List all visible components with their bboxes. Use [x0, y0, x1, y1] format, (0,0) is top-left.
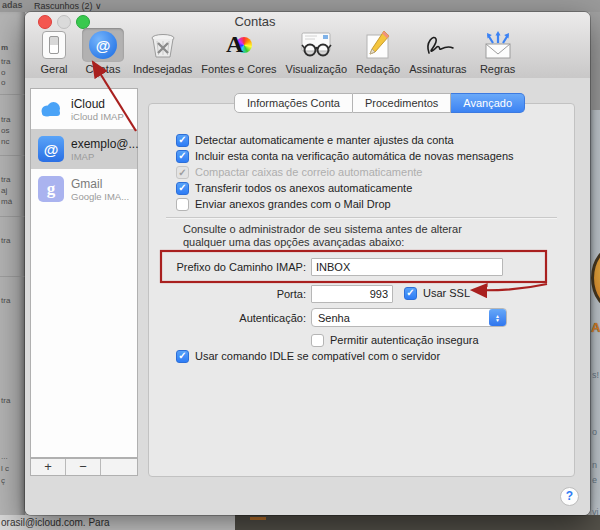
- checkbox-row-use-ssl[interactable]: ✓ Usar SSL: [404, 286, 470, 300]
- icloud-cloud-icon: [38, 96, 64, 122]
- toolbar-item-assinaturas[interactable]: Assinaturas: [409, 28, 466, 78]
- toolbar-item-label: Indesejadas: [133, 63, 192, 75]
- checkbox-checked-icon[interactable]: ✓: [404, 287, 417, 300]
- window-body: iCloud iCloud IMAP @ exemplo@... IMAP g …: [25, 78, 590, 515]
- account-type: IMAP: [71, 151, 139, 162]
- sidebar-account-gmail[interactable]: g Gmail Google IMA...: [31, 169, 137, 209]
- preferences-window: Contas Geral @ Contas Inde: [25, 12, 590, 515]
- account-type: Google IMA...: [71, 191, 129, 202]
- checkbox-checked-icon[interactable]: ✓: [176, 134, 189, 147]
- background-email-text: orasil@icloud.com. Para: [1, 517, 110, 528]
- window-title: Contas: [234, 14, 275, 29]
- tab-informacoes-conta[interactable]: Informações Conta: [234, 93, 353, 113]
- tab-avancado[interactable]: Avançado: [451, 93, 525, 113]
- toolbar-item-label: Visualização: [286, 63, 348, 75]
- toolbar-item-contas[interactable]: @ Contas: [82, 28, 124, 78]
- auth-dropdown[interactable]: Senha ▲▼: [311, 308, 507, 327]
- imap-prefix-label: Prefixo do Caminho IMAP:: [149, 261, 306, 273]
- checkbox-row-detect[interactable]: ✓ Detectar automaticamente e manter ajus…: [176, 133, 454, 147]
- background-fragment: o: [1, 78, 5, 87]
- use-ssl-label: Usar SSL: [423, 287, 470, 299]
- account-tabs: Informações Conta Procedimentos Avançado: [234, 93, 525, 113]
- checkbox-checked-icon[interactable]: ✓: [176, 350, 189, 363]
- account-name: Gmail: [71, 177, 129, 191]
- account-list-actions: + −: [30, 458, 138, 476]
- background-fragment: ç: [1, 476, 5, 485]
- checkbox-label: Compactar caixas de correio automaticame…: [195, 166, 422, 178]
- port-input[interactable]: [311, 285, 393, 303]
- add-account-button[interactable]: +: [31, 459, 66, 475]
- port-label: Porta:: [149, 288, 306, 300]
- toolbar-item-fontes-e-cores[interactable]: A Fontes e Cores: [201, 28, 276, 78]
- checkbox-unchecked-icon[interactable]: [176, 198, 189, 211]
- toolbar-item-redacao[interactable]: Redação: [356, 28, 400, 78]
- close-button[interactable]: [38, 15, 52, 29]
- checkbox-row-insecure-auth[interactable]: Permitir autenticação insegura: [311, 333, 479, 347]
- checkbox-checked-icon[interactable]: ✓: [176, 182, 189, 195]
- toolbar-item-label: Regras: [480, 63, 515, 75]
- remove-account-button[interactable]: −: [66, 459, 101, 475]
- section-divider: [166, 217, 557, 218]
- background-mailbox-title: Rascunhos (2) ∨: [34, 1, 102, 11]
- background-fragment: os: [1, 126, 9, 135]
- checkbox-row-idle[interactable]: ✓ Usar comando IDLE se compatível com o …: [176, 349, 440, 363]
- background-fragment: o: [592, 427, 597, 437]
- checkbox-label: Detectar automaticamente e manter ajuste…: [195, 134, 454, 146]
- advanced-settings-pane: ✓ Detectar automaticamente e manter ajus…: [148, 103, 575, 477]
- toolbar-item-geral[interactable]: Geral: [35, 28, 73, 78]
- general-switch-icon: [42, 31, 66, 59]
- checkbox-row-maildrop[interactable]: Enviar anexos grandes com o Mail Drop: [176, 197, 391, 211]
- toolbar-item-visualizacao[interactable]: Visualização: [286, 28, 348, 78]
- gmail-icon: g: [38, 176, 64, 202]
- background-fragment: tra: [1, 296, 10, 305]
- checkbox-row-attachments[interactable]: ✓ Transferir todos os anexos automaticam…: [176, 181, 412, 195]
- toolbar-item-label: Geral: [41, 63, 68, 75]
- sidebar-account-exemplo[interactable]: @ exemplo@... IMAP: [31, 129, 137, 169]
- toolbar-item-label: Assinaturas: [409, 63, 466, 75]
- viewing-glasses-icon: [300, 30, 332, 60]
- background-fragment: tra: [1, 236, 10, 245]
- background-mail-toolbar: adas Rascunhos (2) ∨: [0, 0, 600, 12]
- toolbar-item-indesejadas[interactable]: Indesejadas: [133, 28, 192, 78]
- background-fragment: l c: [1, 464, 9, 473]
- checkbox-row-include[interactable]: ✓ Incluir esta conta na verificação auto…: [176, 149, 514, 163]
- background-fragment: m: [1, 43, 8, 52]
- background-fragment: ...: [1, 452, 8, 461]
- checkbox-label: Usar comando IDLE se compatível com o se…: [195, 350, 440, 362]
- action-bar-filler: [101, 459, 137, 475]
- toolbar-item-label: Redação: [356, 63, 400, 75]
- background-bottom-strip: orasil@icloud.com. Para: [0, 515, 600, 530]
- checkbox-unchecked-icon[interactable]: [311, 334, 324, 347]
- auth-label: Autenticação:: [149, 312, 306, 324]
- rules-envelope-icon: [483, 30, 513, 60]
- toolbar-item-label: Fontes e Cores: [201, 63, 276, 75]
- preferences-toolbar: Geral @ Contas Indesejadas A: [25, 29, 590, 78]
- accounts-list: iCloud iCloud IMAP @ exemplo@... IMAP g …: [30, 88, 138, 458]
- account-type: iCloud IMAP: [71, 111, 124, 122]
- advisory-text: Consulte o administrador de seu sistema …: [183, 223, 462, 249]
- junk-trash-icon: [149, 30, 177, 60]
- help-button[interactable]: ?: [560, 487, 579, 506]
- checkbox-label: Permitir autenticação insegura: [330, 334, 479, 346]
- accounts-at-icon: @: [89, 31, 117, 59]
- auth-selected-value: Senha: [312, 312, 489, 324]
- toolbar-item-label: Contas: [86, 63, 121, 75]
- background-fragment: aj: [1, 186, 7, 195]
- toolbar-item-regras[interactable]: Regras: [476, 28, 520, 78]
- background-fragment: e: [592, 475, 597, 485]
- background-fragment: tra: [1, 115, 10, 124]
- account-name: iCloud: [71, 97, 124, 111]
- checkbox-label: Enviar anexos grandes com o Mail Drop: [195, 198, 391, 210]
- sidebar-account-icloud[interactable]: iCloud iCloud IMAP: [31, 89, 137, 129]
- caret-down-icon: ∨: [95, 1, 102, 11]
- zoom-button[interactable]: [76, 15, 90, 29]
- minimize-button[interactable]: [57, 15, 71, 29]
- background-fragment: tra: [1, 57, 10, 66]
- tab-procedimentos[interactable]: Procedimentos: [353, 93, 451, 113]
- checkbox-row-compact: ✓ Compactar caixas de correio automatica…: [176, 165, 422, 179]
- imap-prefix-input[interactable]: [311, 258, 503, 276]
- background-fragment: má: [1, 197, 12, 206]
- background-email-content: A s! o n e vi: [590, 12, 600, 515]
- imap-at-icon: @: [38, 136, 64, 162]
- checkbox-checked-icon[interactable]: ✓: [176, 150, 189, 163]
